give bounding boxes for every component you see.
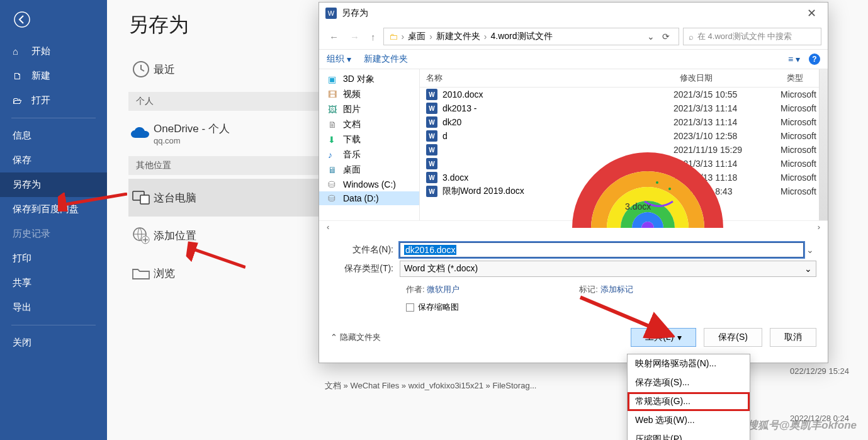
word-file-icon: W — [426, 116, 437, 128]
new-folder-button[interactable]: 新建文件夹 — [364, 54, 408, 65]
home-icon: ⌂ — [13, 46, 25, 57]
chevron-down-icon[interactable]: ⌄ — [804, 245, 816, 255]
sidebar-new[interactable]: 🗋新建 — [0, 64, 107, 88]
file-row[interactable]: W2021/3/13 11:14Microsoft — [420, 157, 828, 171]
tree-pictures[interactable]: 🖼图片 — [319, 102, 419, 117]
view-options-button[interactable]: ≡ ▾ — [788, 54, 800, 64]
sidebar-print[interactable]: 打印 — [0, 246, 107, 271]
svg-point-0 — [14, 12, 30, 27]
file-row[interactable]: W2010.docx2021/3/15 10:55Microsoft — [420, 87, 828, 101]
hide-folders-button[interactable]: ⌃ 隐藏文件夹 — [330, 332, 381, 343]
menu-compress-pictures[interactable]: 压缩图片(P)... — [628, 430, 750, 440]
thumbnail-checkbox[interactable] — [406, 303, 414, 312]
author-field[interactable]: 微软用户 — [427, 285, 459, 294]
tree-music[interactable]: ♪音乐 — [319, 147, 419, 162]
other-header: 其他位置 — [128, 156, 324, 175]
sidebar-open[interactable]: 🗁打开 — [0, 88, 107, 113]
nav-back-button[interactable]: ← — [325, 29, 342, 45]
sidebar-home[interactable]: ⌂开始 — [0, 39, 107, 64]
column-name[interactable]: 名称 — [420, 69, 674, 87]
menu-general-options[interactable]: 常规选项(G)... — [628, 392, 750, 411]
drive-icon: ⛁ — [328, 193, 338, 203]
cube-icon: ▣ — [328, 74, 338, 84]
word-file-icon: W — [426, 172, 437, 183]
dialog-titlebar: W另存为 ✕ — [319, 3, 828, 24]
save-button[interactable]: 保存(S) — [704, 328, 762, 347]
scroll-right-icon[interactable]: › — [818, 222, 820, 232]
vertical-scrollbar[interactable] — [819, 69, 828, 220]
file-list: 名称 修改日期 类型 W2010.docx2021/3/15 10:55Micr… — [420, 69, 828, 220]
pc-icon — [128, 185, 154, 210]
word-file-icon: W — [426, 186, 437, 197]
sidebar-close[interactable]: 关闭 — [0, 330, 107, 355]
download-icon: ⬇ — [328, 135, 338, 145]
backstage-sidebar: ⌂开始 🗋新建 🗁打开 信息 保存 另存为 保存到百度网盘 历史记录 打印 共享… — [0, 0, 107, 440]
refresh-icon[interactable]: ⟳ — [658, 31, 674, 42]
filename-input[interactable]: dk2016.docx — [400, 242, 804, 257]
scroll-left-icon[interactable]: ‹ — [327, 222, 329, 232]
personal-header: 个人 — [128, 92, 324, 111]
file-row[interactable]: Wdk2013 -2021/3/13 11:14Microsoft — [420, 101, 828, 115]
tools-button[interactable]: 工具(L) ▾ — [631, 328, 696, 347]
search-input[interactable]: ⌕在 4.word测试文件 中搜索 — [683, 28, 821, 45]
nav-up-button[interactable]: ↑ — [367, 29, 380, 45]
sidebar-save[interactable]: 保存 — [0, 148, 107, 172]
file-row[interactable]: W限制Word 2019.docx2021/3/15 8:43Microsoft — [420, 184, 828, 198]
cancel-button[interactable]: 取消 — [770, 328, 816, 347]
sidebar-history[interactable]: 历史记录 — [0, 222, 107, 246]
file-row[interactable]: W2021/11/19 15:29Microsoft — [420, 143, 828, 157]
word-logo-icon: W — [325, 8, 337, 19]
folder-icon — [128, 261, 154, 286]
help-icon[interactable]: ? — [809, 54, 820, 65]
globe-plus-icon — [128, 223, 154, 248]
onedrive-email: qq.com — [154, 136, 230, 145]
file-row[interactable]: W3.docx2021/3/13 11:18Microsoft — [420, 171, 828, 184]
tree-ddrive[interactable]: ⛁Data (D:) — [319, 191, 419, 205]
tree-videos[interactable]: 🎞视频 — [319, 87, 419, 102]
nav-forward-button[interactable]: → — [346, 29, 363, 45]
word-file-icon: W — [426, 103, 437, 114]
word-file-icon: W — [426, 158, 437, 169]
svg-rect-3 — [140, 195, 149, 204]
address-bar[interactable]: 🗀 ›桌面 ›新建文件夹 ›4.word测试文件 ⌄⟳ — [383, 28, 680, 45]
location-this-pc[interactable]: 这台电脑 — [128, 179, 324, 217]
menu-save-options[interactable]: 保存选项(S)... — [628, 373, 750, 392]
search-icon: ⌕ — [689, 32, 694, 42]
chevron-down-icon: ▾ — [347, 54, 351, 64]
filetype-label: 保存类型(T): — [330, 263, 400, 274]
sidebar-info[interactable]: 信息 — [0, 123, 107, 148]
desktop-icon: 🖥 — [328, 165, 338, 175]
word-file-icon: W — [426, 89, 437, 100]
tree-3dobjects[interactable]: ▣3D 对象 — [319, 72, 419, 87]
picture-icon: 🖼 — [328, 104, 338, 115]
music-icon: ♪ — [328, 150, 338, 160]
file-row[interactable]: Wd2023/1/10 12:58Microsoft — [420, 129, 828, 143]
menu-web-options[interactable]: Web 选项(W)... — [628, 411, 750, 430]
document-icon: 🗎 — [328, 120, 338, 130]
chevron-down-icon: ⌄ — [804, 264, 812, 274]
tools-menu: 映射网络驱动器(N)... 保存选项(S)... 常规选项(G)... Web … — [627, 354, 750, 440]
filename-label: 文件名(N): — [330, 244, 400, 256]
sidebar-export[interactable]: 导出 — [0, 295, 107, 320]
tags-field[interactable]: 添加标记 — [600, 285, 633, 294]
sidebar-share[interactable]: 共享 — [0, 271, 107, 295]
column-date[interactable]: 修改日期 — [674, 69, 781, 87]
tree-desktop[interactable]: 🖥桌面 — [319, 162, 419, 178]
filetype-select[interactable]: Word 文档 (*.docx)⌄ — [400, 261, 816, 277]
sidebar-baidu[interactable]: 保存到百度网盘 — [0, 197, 107, 222]
tree-downloads[interactable]: ⬇下载 — [319, 132, 419, 147]
menu-map-drive[interactable]: 映射网络驱动器(N)... — [628, 354, 750, 373]
sidebar-save-as[interactable]: 另存为 — [0, 172, 107, 197]
folder-tree: ▣3D 对象 🎞视频 🖼图片 🗎文档 ⬇下载 ♪音乐 🖥桌面 ⛁Windows … — [319, 69, 420, 220]
drive-icon: ⛁ — [328, 179, 338, 189]
video-icon: 🎞 — [328, 89, 338, 99]
chevron-down-icon[interactable]: ⌄ — [643, 31, 658, 42]
close-button[interactable]: ✕ — [802, 6, 821, 20]
back-button[interactable] — [0, 0, 107, 39]
organize-button[interactable]: 组织 ▾ — [327, 54, 351, 65]
tree-cdrive[interactable]: ⛁Windows (C:) — [319, 178, 419, 191]
tree-documents[interactable]: 🗎文档 — [319, 117, 419, 132]
thumbnail-label: 保存缩略图 — [418, 302, 459, 313]
file-row[interactable]: Wdk202021/3/13 11:14Microsoft — [420, 115, 828, 129]
watermark: 搜狐号@奥凯丰okfone — [747, 418, 857, 432]
